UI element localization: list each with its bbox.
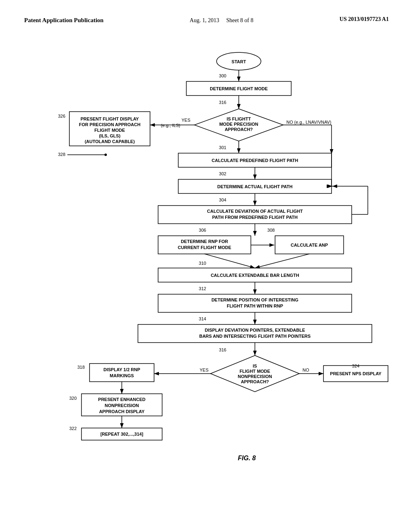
calc-anp: CALCULATE ANP [291,243,328,247]
ref-328: 328 [58,152,65,157]
diagram-container: START 300 DETERMINE FLIGHT MODE 316 IS F… [24,37,389,502]
display-rnp-label1: DISPLAY 1/2 RNP [103,367,140,372]
ref-314: 314 [199,316,206,321]
present-flight-label3: FLIGHT MODE [94,128,125,133]
sheet-info: Sheet 8 of 8 [226,17,253,23]
ref-300: 300 [219,73,226,78]
display-deviation-label1: DISPLAY DEVIATION POINTERS, EXTENDABLE [205,328,305,332]
svg-point-9 [104,154,107,156]
calc-deviation-label1: CALCULATE DEVIATION OF ACTUAL FLIGHT [207,209,303,214]
patent-number: US 2013/0197723 A1 [340,16,389,22]
ref-312: 312 [199,286,206,291]
repeat-label: [REPEAT 302,...,314] [100,432,144,436]
present-enhanced-label1: PRESENT ENHANCED [98,397,145,402]
is-nonprecision-label2: FLIGHT MODE [240,369,270,374]
present-flight-label1: PRESENT FLIGHT DISPLAY [81,116,139,121]
present-enhanced-label2: NONPRECISION [105,403,139,408]
present-nps-display: PRESENT NPS DISPLAY [330,371,382,376]
ref-316-top: 316 [219,100,226,105]
yes-label-top: YES [181,118,190,123]
no-lnav-label: NO (e.g., LNAV/VNAV) [286,120,331,125]
ref-316-bottom: 316 [219,347,226,352]
calc-predefined: CALCULATE PREDEFINED FLIGHT PATH [212,158,298,163]
ref-326: 326 [58,114,65,118]
calc-extendable: CALCULATE EXTENDABLE BAR LENGTH [211,273,299,278]
is-nonprecision-label3: NONPRECISION [238,374,272,379]
determine-actual: DETERMINE ACTUAL FLIGHT PATH [217,184,293,189]
calc-deviation-label2: PATH FROM PREDEFINED FLIGHT PATH [212,215,298,220]
is-nonprecision-label4: APPROACH? [241,379,269,384]
start-label: START [232,59,246,64]
publication-date: Aug. 1, 2013 [190,17,219,23]
determine-position-label1: DETERMINE POSITION OF INTERESTING [211,297,298,302]
flowchart-svg: START 300 DETERMINE FLIGHT MODE 316 IS F… [24,37,389,501]
header-right: US 2013/0197723 A1 [340,16,389,23]
svg-line-28 [255,254,309,268]
publication-title: Patent Application Publication [24,17,104,23]
present-flight-label2: FOR PRECISION APPROACH [79,122,140,127]
header: Patent Application Publication Aug. 1, 2… [24,16,389,25]
present-flight-label5: (AUTOLAND CAPABLE) [85,139,135,144]
ref-310: 310 [199,261,206,266]
determine-position-label2: FLIGHT PATH WITHIN RNP [227,303,283,308]
svg-marker-36 [211,355,299,392]
yes-label-bottom: YES [200,368,209,372]
is-nonprecision-label1: IS [253,364,257,368]
present-enhanced-label3: APPROACH DISPLAY [99,409,145,414]
is-precision-label3: APPROACH? [225,127,253,132]
header-left: Patent Application Publication [24,16,104,25]
display-deviation-label2: BARS AND INTERSECTING FLIGHT PATH POINTE… [199,334,311,339]
ref-322: 322 [69,426,77,431]
ref-318: 318 [77,365,85,370]
ref-308: 308 [267,228,275,233]
display-rnp-label2: MARKINGS [110,373,134,378]
ref-304: 304 [219,197,226,202]
ref-301: 301 [219,145,226,150]
ref-324: 324 [352,364,359,368]
is-precision-label2: MODE PRECISION [219,122,259,127]
determine-rnp-label1: DETERMINE RNP FOR [181,239,228,244]
present-flight-label4: (ILS, GLS) [99,133,121,138]
svg-rect-40 [90,364,154,382]
svg-line-29 [204,254,255,268]
ref-306: 306 [199,228,206,233]
determine-flight-mode: DETERMINE FLIGHT MODE [210,86,268,91]
ref-320: 320 [69,396,77,401]
ref-302: 302 [219,171,226,176]
is-precision-label1: IS FLIGHTT [227,116,251,121]
header-center: Aug. 1, 2013 Sheet 8 of 8 [190,16,253,25]
no-label-bottom: NO [302,368,309,372]
determine-rnp-label2: CURRENT FLIGHT MODE [178,245,232,250]
ils-label: (e.g., ILS) [161,123,180,128]
fig-label: FIG. 8 [238,455,256,461]
page: Patent Application Publication Aug. 1, 2… [0,0,413,532]
